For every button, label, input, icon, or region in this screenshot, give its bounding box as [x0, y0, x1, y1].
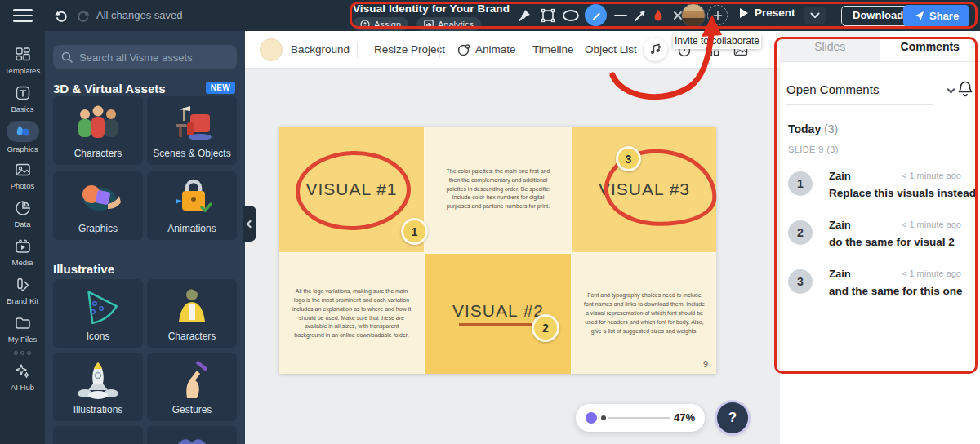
photos-icon: [13, 161, 33, 179]
sidebar-item-data[interactable]: Data: [0, 194, 45, 233]
play-icon: [739, 7, 749, 19]
sidebar-item-graphics[interactable]: Graphics: [0, 118, 45, 156]
background-button[interactable]: Background: [291, 31, 350, 69]
asset-search-bar[interactable]: [53, 45, 237, 69]
sidebar-item-brand-kit[interactable]: Brand Kit: [0, 271, 45, 309]
user-avatar[interactable]: [681, 3, 706, 28]
assign-button[interactable]: Assign: [353, 17, 408, 31]
tile-illustrative-gestures[interactable]: Gestures: [147, 353, 237, 421]
color-droplet-icon[interactable]: [648, 6, 668, 25]
top-bar: All changes saved Visual Identity for Yo…: [0, 0, 980, 31]
slide-cell-logo-variations[interactable]: All the logo variations, making sure the…: [279, 254, 424, 374]
sidebar-item-media[interactable]: Media: [0, 233, 45, 271]
3d-graphics-art: [53, 178, 143, 220]
tile-3d-scenes-objects[interactable]: Scenes & Objects: [147, 96, 237, 165]
slide-cell-color-palettes[interactable]: The color palettes: the main one first a…: [425, 127, 571, 252]
tile-3d-graphics[interactable]: Graphics: [53, 171, 143, 240]
ai-hub-icon: [13, 362, 33, 380]
my-files-icon: [13, 314, 33, 332]
share-button[interactable]: Share: [903, 5, 969, 27]
comment-1-author: Zain: [829, 170, 851, 182]
animate-icon: [454, 41, 472, 59]
tile-3d-animations[interactable]: Animations: [147, 171, 237, 240]
basics-icon: [13, 84, 33, 102]
brand-kit-icon: [13, 276, 33, 294]
open-comments-filter[interactable]: Open Comments: [786, 82, 879, 96]
ellipse-tool-icon[interactable]: [561, 6, 581, 25]
present-button[interactable]: Present: [739, 7, 795, 19]
comments-panel: Slides Comments Open Comments Today (3) …: [780, 31, 980, 444]
animate-button[interactable]: Animate: [475, 31, 516, 69]
comment-pin-2[interactable]: 2: [532, 314, 559, 342]
panel-collapse-button[interactable]: [243, 206, 256, 242]
frame-tool-icon[interactable]: [538, 6, 558, 25]
comment-2-number: 2: [788, 220, 813, 245]
music-icon[interactable]: [644, 38, 667, 61]
typography-text: Font and typography choices need to incl…: [582, 291, 706, 335]
illustrative-characters-art: [147, 286, 237, 328]
undo-icon[interactable]: [51, 6, 70, 25]
tab-slides[interactable]: Slides: [780, 31, 880, 61]
slide-page-number: 9: [703, 359, 708, 369]
timeline-button[interactable]: Timeline: [532, 31, 574, 69]
tooltip-pointer: [707, 29, 719, 34]
pen-tool-icon[interactable]: [585, 4, 607, 26]
sidebar-item-basics[interactable]: Basics: [0, 79, 45, 118]
zoom-slider-thumb[interactable]: [586, 412, 597, 424]
search-icon: [61, 51, 73, 63]
color-palettes-text: The color palettes: the main one first a…: [440, 167, 556, 211]
tile-illustrative-illustrations[interactable]: Illustrations: [53, 353, 143, 421]
slide-cell-typography[interactable]: Font and typography choices need to incl…: [572, 254, 716, 374]
arrow-tool-icon[interactable]: [630, 6, 650, 25]
3d-characters-art: [53, 103, 143, 145]
tile-illustrative-icons[interactable]: Icons: [53, 279, 143, 348]
comment-3-number: 3: [788, 269, 813, 294]
help-button[interactable]: ?: [717, 402, 748, 433]
sidebar-item-ai-hub[interactable]: AI Hub: [0, 357, 45, 396]
background-color-swatch[interactable]: [260, 38, 283, 61]
visual2-underline: [459, 323, 537, 326]
new-badge: NEW: [206, 82, 235, 94]
3d-animations-art: [147, 178, 237, 220]
document-title[interactable]: Visual Identity for Your Brand: [353, 2, 510, 15]
tile-illustrative-characters[interactable]: Characters: [147, 279, 237, 348]
comment-2-time: < 1 minute ago: [902, 220, 961, 229]
present-options-button[interactable]: [804, 7, 826, 24]
tile-partial-left[interactable]: [53, 426, 143, 444]
search-input[interactable]: [79, 51, 218, 64]
zoom-slider-dot: [601, 415, 606, 420]
data-icon: [13, 199, 33, 217]
comment-pin-1[interactable]: 1: [401, 218, 428, 245]
graphics-icon: [7, 121, 39, 142]
comment-pin-3[interactable]: 3: [616, 146, 641, 171]
chevron-down-icon[interactable]: [947, 85, 956, 93]
slide-cell-visual2[interactable]: VISUAL #2: [425, 254, 571, 374]
templates-icon: [13, 46, 33, 64]
partial-art: [147, 433, 237, 444]
tile-partial-right[interactable]: [147, 426, 237, 444]
canvas-area: Background Resize Project Animate Timeli…: [245, 31, 780, 444]
save-status: All changes saved: [96, 0, 183, 31]
resize-project-button[interactable]: Resize Project: [374, 31, 445, 69]
pin-tool-icon[interactable]: [514, 6, 534, 25]
sidebar-item-my-files[interactable]: My Files: [0, 309, 45, 348]
slide-9[interactable]: VISUAL #1 The color palettes: the main o…: [279, 127, 716, 374]
sidebar-item-templates[interactable]: Templates: [0, 41, 45, 79]
add-collaborator-button[interactable]: [707, 5, 728, 25]
redo-icon[interactable]: [74, 6, 93, 25]
tab-comments[interactable]: Comments: [880, 31, 980, 61]
assets-panel: 3D & Virtual Assets NEW Characters Scene…: [45, 31, 245, 444]
comment-2-text: do the same for visual 2: [829, 236, 955, 248]
visual2-text[interactable]: VISUAL #2: [452, 301, 544, 321]
visme-editor: All changes saved Visual Identity for Yo…: [0, 0, 980, 444]
zoom-slider-track[interactable]: [608, 417, 670, 419]
section-title-illustrative: Illustrative: [53, 262, 114, 276]
hamburger-menu-icon[interactable]: [13, 9, 33, 22]
notifications-bell-icon[interactable]: [957, 80, 973, 98]
tile-3d-characters[interactable]: Characters: [53, 96, 143, 165]
object-list-button[interactable]: Object List: [585, 31, 637, 69]
line-tool-icon[interactable]: [611, 6, 630, 25]
sidebar-item-photos[interactable]: Photos: [0, 156, 45, 194]
annotation-ellipse-visual1: [294, 149, 412, 233]
analytics-button[interactable]: Analytics: [416, 17, 481, 31]
